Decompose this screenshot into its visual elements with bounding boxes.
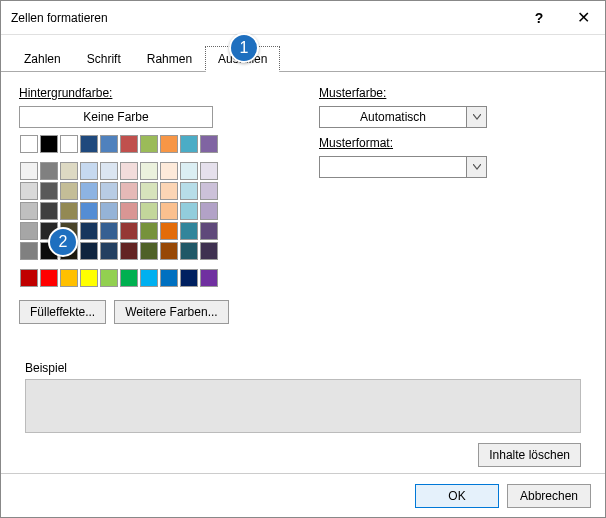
color-swatch[interactable] [60,269,78,287]
titlebar: Zellen formatieren ? ✕ [1,1,605,35]
color-swatch[interactable] [40,202,58,220]
callout-1: 1 [229,33,259,63]
pattern-color-value: Automatisch [320,107,466,127]
color-swatch[interactable] [100,202,118,220]
color-swatch[interactable] [120,202,138,220]
color-swatch[interactable] [140,242,158,260]
close-button[interactable]: ✕ [561,1,605,35]
color-swatch[interactable] [20,162,38,180]
dialog-footer: OK Abbrechen [1,473,605,517]
sample-label: Beispiel [25,361,581,375]
color-swatch[interactable] [100,269,118,287]
chevron-down-icon [466,157,486,177]
color-swatch[interactable] [200,269,218,287]
color-swatch[interactable] [120,269,138,287]
color-swatch[interactable] [100,162,118,180]
color-swatch[interactable] [200,182,218,200]
color-swatch[interactable] [80,162,98,180]
color-swatch[interactable] [80,135,98,153]
color-swatch[interactable] [100,222,118,240]
fill-buttons-row: Fülleffekte... Weitere Farben... [19,300,259,324]
color-swatch[interactable] [180,242,198,260]
dialog-title: Zellen formatieren [11,11,517,25]
color-swatch[interactable] [180,269,198,287]
ok-button[interactable]: OK [415,484,499,508]
color-swatch[interactable] [180,135,198,153]
color-swatch[interactable] [160,135,178,153]
color-swatch[interactable] [180,162,198,180]
color-swatch[interactable] [20,222,38,240]
clear-content-button[interactable]: Inhalte löschen [478,443,581,467]
color-swatch[interactable] [20,242,38,260]
color-swatch[interactable] [100,135,118,153]
color-swatch[interactable] [160,222,178,240]
color-swatch[interactable] [160,242,178,260]
color-swatch[interactable] [160,202,178,220]
color-swatch[interactable] [60,182,78,200]
color-swatch[interactable] [180,202,198,220]
color-swatch[interactable] [80,222,98,240]
color-swatch[interactable] [60,202,78,220]
pattern-color-label: Musterfarbe: [319,86,587,100]
color-swatch[interactable] [200,242,218,260]
sample-section: Beispiel [25,361,581,433]
color-swatch[interactable] [140,222,158,240]
color-swatch[interactable] [120,135,138,153]
color-swatch[interactable] [40,135,58,153]
color-swatch[interactable] [80,242,98,260]
background-color-label: Hintergrundfarbe: [19,86,259,100]
color-swatch[interactable] [140,182,158,200]
tab-zahlen[interactable]: Zahlen [11,46,74,72]
callout-2: 2 [48,227,78,257]
color-swatch[interactable] [120,162,138,180]
color-swatch-grid [19,134,219,288]
color-swatch[interactable] [100,182,118,200]
color-swatch[interactable] [120,222,138,240]
cancel-button[interactable]: Abbrechen [507,484,591,508]
color-swatch[interactable] [200,162,218,180]
color-swatch[interactable] [100,242,118,260]
format-cells-dialog: Zellen formatieren ? ✕ Zahlen Schrift Ra… [0,0,606,518]
color-swatch[interactable] [140,269,158,287]
color-swatch[interactable] [80,202,98,220]
color-swatch[interactable] [160,269,178,287]
color-swatch[interactable] [200,222,218,240]
color-swatch[interactable] [160,162,178,180]
color-swatch[interactable] [140,202,158,220]
color-swatch[interactable] [40,182,58,200]
color-swatch[interactable] [40,269,58,287]
tab-bar: Zahlen Schrift Rahmen Ausfüllen [1,35,605,72]
color-swatch[interactable] [60,135,78,153]
color-swatch[interactable] [200,202,218,220]
more-colors-button[interactable]: Weitere Farben... [114,300,228,324]
color-swatch[interactable] [80,269,98,287]
color-swatch[interactable] [60,162,78,180]
pattern-format-value [320,157,466,177]
color-swatch[interactable] [20,135,38,153]
color-swatch[interactable] [160,182,178,200]
chevron-down-icon [466,107,486,127]
color-swatch[interactable] [120,182,138,200]
tab-schrift[interactable]: Schrift [74,46,134,72]
color-swatch[interactable] [180,182,198,200]
color-swatch[interactable] [80,182,98,200]
color-swatch[interactable] [20,202,38,220]
right-column: Musterfarbe: Automatisch Musterformat: [319,86,587,324]
color-swatch[interactable] [180,222,198,240]
color-swatch[interactable] [40,162,58,180]
pattern-format-label: Musterformat: [319,136,587,150]
left-column: Hintergrundfarbe: Keine Farbe 2 Fülleffe… [19,86,259,324]
color-swatch[interactable] [200,135,218,153]
tab-rahmen[interactable]: Rahmen [134,46,205,72]
pattern-format-combo[interactable] [319,156,487,178]
help-button[interactable]: ? [517,1,561,35]
no-fill-button[interactable]: Keine Farbe [19,106,213,128]
color-swatch[interactable] [20,182,38,200]
fill-effects-button[interactable]: Fülleffekte... [19,300,106,324]
color-swatch[interactable] [140,162,158,180]
sample-preview-box [25,379,581,433]
color-swatch[interactable] [140,135,158,153]
color-swatch[interactable] [120,242,138,260]
pattern-color-combo[interactable]: Automatisch [319,106,487,128]
color-swatch[interactable] [20,269,38,287]
